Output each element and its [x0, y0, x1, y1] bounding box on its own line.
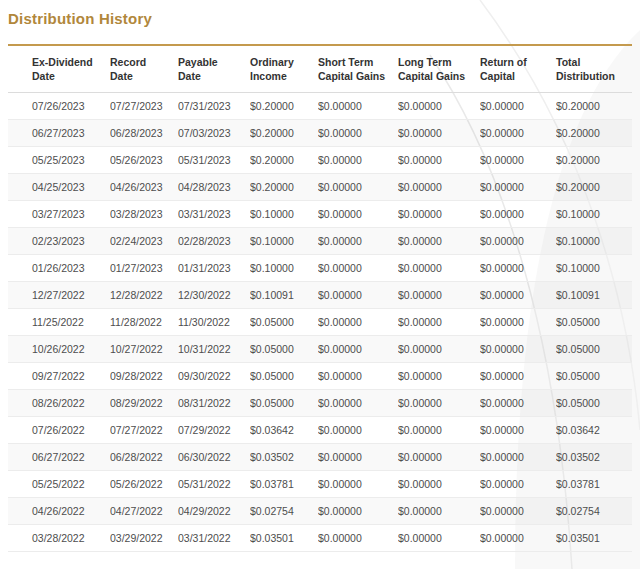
table-cell: $0.00000: [398, 417, 480, 444]
table-cell: 05/26/2023: [110, 147, 178, 174]
table-cell: $0.03501: [250, 525, 318, 552]
table-cell: $0.03781: [250, 471, 318, 498]
table-cell: $0.00000: [318, 120, 398, 147]
table-cell: $0.00000: [318, 255, 398, 282]
table-cell: $0.10000: [250, 228, 318, 255]
table-cell: 06/27/2023: [8, 120, 110, 147]
table-cell: $0.00000: [398, 201, 480, 228]
table-cell: $0.05000: [250, 390, 318, 417]
table-cell: $0.00000: [318, 471, 398, 498]
table-cell: $0.00000: [318, 174, 398, 201]
table-body: 07/26/202307/27/202307/31/2023$0.20000$0…: [8, 93, 632, 552]
table-cell: $0.10000: [250, 201, 318, 228]
page-title: Distribution History: [8, 10, 632, 27]
table-row: 06/27/202206/28/202206/30/2022$0.03502$0…: [8, 444, 632, 471]
table-cell: $0.00000: [318, 201, 398, 228]
table-cell: $0.00000: [398, 228, 480, 255]
table-cell: 08/31/2022: [178, 390, 250, 417]
table-cell: $0.00000: [398, 390, 480, 417]
table-cell: $0.00000: [398, 336, 480, 363]
table-cell: $0.20000: [250, 120, 318, 147]
table-cell: $0.10091: [556, 282, 632, 309]
table-cell: 07/03/2023: [178, 120, 250, 147]
table-cell: 04/28/2023: [178, 174, 250, 201]
column-header: Payable Date: [178, 45, 250, 93]
table-cell: 06/28/2023: [110, 120, 178, 147]
table-cell: 05/26/2022: [110, 471, 178, 498]
table-cell: $0.00000: [398, 525, 480, 552]
table-cell: $0.20000: [250, 174, 318, 201]
table-cell: $0.00000: [318, 498, 398, 525]
table-cell: $0.10000: [556, 201, 632, 228]
table-row: 04/25/202304/26/202304/28/2023$0.20000$0…: [8, 174, 632, 201]
table-row: 05/25/202205/26/202205/31/2022$0.03781$0…: [8, 471, 632, 498]
table-cell: $0.00000: [318, 336, 398, 363]
table-cell: 02/28/2023: [178, 228, 250, 255]
table-cell: $0.00000: [398, 444, 480, 471]
column-header: Return of Capital: [480, 45, 556, 93]
table-cell: 07/26/2023: [8, 93, 110, 120]
table-cell: $0.00000: [318, 228, 398, 255]
table-cell: $0.00000: [398, 147, 480, 174]
table-cell: 09/27/2022: [8, 363, 110, 390]
table-cell: 05/31/2022: [178, 471, 250, 498]
table-cell: 11/30/2022: [178, 309, 250, 336]
table-cell: $0.00000: [398, 282, 480, 309]
table-cell: $0.20000: [556, 174, 632, 201]
table-cell: $0.03501: [556, 525, 632, 552]
table-cell: $0.05000: [556, 363, 632, 390]
table-cell: $0.20000: [250, 93, 318, 120]
table-cell: $0.05000: [556, 390, 632, 417]
table-cell: $0.02754: [250, 498, 318, 525]
table-cell: 03/29/2022: [110, 525, 178, 552]
table-cell: $0.00000: [318, 525, 398, 552]
table-row: 09/27/202209/28/202209/30/2022$0.05000$0…: [8, 363, 632, 390]
table-cell: $0.20000: [556, 93, 632, 120]
distribution-history-section: Distribution History Ex-Dividend DateRec…: [0, 0, 640, 552]
table-cell: 04/26/2022: [8, 498, 110, 525]
table-row: 03/27/202303/28/202303/31/2023$0.10000$0…: [8, 201, 632, 228]
table-cell: $0.00000: [318, 309, 398, 336]
table-cell: 02/23/2023: [8, 228, 110, 255]
table-cell: $0.00000: [398, 255, 480, 282]
table-cell: $0.00000: [318, 417, 398, 444]
column-header: Long Term Capital Gains: [398, 45, 480, 93]
table-cell: 12/27/2022: [8, 282, 110, 309]
table-cell: 07/26/2022: [8, 417, 110, 444]
table-cell: $0.10000: [250, 255, 318, 282]
table-cell: $0.00000: [480, 498, 556, 525]
table-cell: 04/25/2023: [8, 174, 110, 201]
table-cell: 03/27/2023: [8, 201, 110, 228]
table-row: 05/25/202305/26/202305/31/2023$0.20000$0…: [8, 147, 632, 174]
table-cell: $0.00000: [318, 93, 398, 120]
table-cell: 06/27/2022: [8, 444, 110, 471]
table-cell: 08/26/2022: [8, 390, 110, 417]
table-cell: 09/28/2022: [110, 363, 178, 390]
table-row: 07/26/202307/27/202307/31/2023$0.20000$0…: [8, 93, 632, 120]
table-cell: $0.05000: [556, 309, 632, 336]
table-cell: $0.00000: [398, 120, 480, 147]
table-cell: $0.10000: [556, 228, 632, 255]
table-cell: $0.05000: [556, 336, 632, 363]
table-row: 04/26/202204/27/202204/29/2022$0.02754$0…: [8, 498, 632, 525]
table-row: 08/26/202208/29/202208/31/2022$0.05000$0…: [8, 390, 632, 417]
table-cell: 01/31/2023: [178, 255, 250, 282]
table-cell: $0.00000: [480, 147, 556, 174]
table-cell: 08/29/2022: [110, 390, 178, 417]
table-cell: $0.00000: [480, 309, 556, 336]
table-cell: 03/28/2022: [8, 525, 110, 552]
column-header: Total Distribution: [556, 45, 632, 93]
table-cell: $0.00000: [318, 147, 398, 174]
table-cell: $0.00000: [398, 471, 480, 498]
table-cell: $0.00000: [480, 363, 556, 390]
table-head: Ex-Dividend DateRecord DatePayable DateO…: [8, 45, 632, 93]
table-cell: 03/31/2023: [178, 201, 250, 228]
table-row: 03/28/202203/29/202203/31/2022$0.03501$0…: [8, 525, 632, 552]
table-row: 11/25/202211/28/202211/30/2022$0.05000$0…: [8, 309, 632, 336]
table-cell: $0.05000: [250, 363, 318, 390]
table-cell: $0.00000: [480, 201, 556, 228]
table-cell: 05/31/2023: [178, 147, 250, 174]
table-cell: $0.20000: [250, 147, 318, 174]
table-cell: $0.00000: [480, 228, 556, 255]
table-cell: 05/25/2023: [8, 147, 110, 174]
